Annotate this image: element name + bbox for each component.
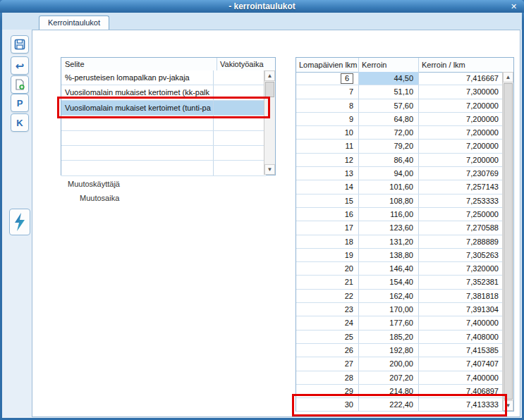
kerroin-row[interactable]: 15108,807,253333 xyxy=(296,194,504,208)
kerroin-cell[interactable]: 64,80 xyxy=(358,113,418,125)
kerroin-cell[interactable]: 94,00 xyxy=(358,167,418,180)
kerroin-cell[interactable]: 86,40 xyxy=(358,154,418,166)
kerroin-row[interactable]: 23170,007,391304 xyxy=(296,303,504,316)
kerroin-per-lkm-cell[interactable]: 7,413333 xyxy=(418,398,504,411)
kerroin-per-lkm-cell[interactable]: 7,253333 xyxy=(418,194,504,207)
lkm-cell[interactable]: 16 xyxy=(296,208,358,221)
kerroin-cell[interactable]: 214,80 xyxy=(358,385,418,397)
lkm-cell[interactable]: 9 xyxy=(296,113,358,125)
kerroin-row[interactable]: 18131,207,288889 xyxy=(296,235,504,249)
kerroin-row[interactable]: 25185,207,408000 xyxy=(296,331,504,344)
vakiotyoaika-cell[interactable] xyxy=(213,131,266,145)
kerroin-cell[interactable]: 170,00 xyxy=(358,303,418,316)
kerroin-per-lkm-cell[interactable]: 7,200000 xyxy=(418,140,504,152)
kerroin-table-scrollbar[interactable]: ▲ ▼ xyxy=(502,72,513,411)
selite-cell[interactable] xyxy=(61,131,213,145)
scroll-up-icon[interactable]: ▲ xyxy=(503,72,513,82)
kerroin-per-lkm-cell[interactable]: 7,381818 xyxy=(418,290,504,302)
kerroin-per-lkm-cell[interactable]: 7,257143 xyxy=(418,180,504,193)
kerroin-per-lkm-cell[interactable]: 7,300000 xyxy=(418,85,504,98)
kerroin-cell[interactable]: 200,00 xyxy=(358,357,418,370)
kerroin-row[interactable]: 30222,407,413333 xyxy=(296,398,504,412)
kerroin-cell[interactable]: 123,60 xyxy=(358,221,418,234)
kerroin-row[interactable]: 644,507,416667 xyxy=(296,72,504,85)
kerroin-cell[interactable]: 51,10 xyxy=(358,85,418,98)
kerroin-per-lkm-cell[interactable]: 7,415385 xyxy=(418,344,504,357)
lkm-cell[interactable]: 17 xyxy=(296,221,358,234)
selite-table-scrollbar[interactable]: ▲ ▼ xyxy=(264,70,275,175)
kerroin-cell[interactable]: 138,80 xyxy=(358,249,418,261)
kerroin-row[interactable]: 1286,407,200000 xyxy=(296,154,504,167)
kerroin-cell[interactable]: 162,40 xyxy=(358,290,418,302)
kerroin-cell[interactable]: 177,60 xyxy=(358,316,418,329)
kerroin-cell[interactable]: 131,20 xyxy=(358,235,418,248)
selite-cell[interactable] xyxy=(61,161,213,175)
lkm-cell[interactable]: 22 xyxy=(296,290,358,302)
kerroin-per-lkm-cell[interactable]: 7,400000 xyxy=(418,316,504,329)
selite-row[interactable] xyxy=(61,131,266,146)
kerroin-row[interactable]: 964,807,200000 xyxy=(296,113,504,126)
kerroin-cell[interactable]: 146,40 xyxy=(358,262,418,275)
kerroin-per-lkm-cell[interactable]: 7,200000 xyxy=(418,126,504,139)
kerroin-row[interactable]: 21154,407,352381 xyxy=(296,276,504,289)
kerroin-per-lkm-cell[interactable]: 7,406897 xyxy=(418,385,504,397)
kerroin-per-lkm-cell[interactable]: 7,200000 xyxy=(418,113,504,125)
selite-cell[interactable]: Vuosilomalain mukaiset kertoimet (tunti-… xyxy=(61,101,213,115)
lkm-cell[interactable]: 11 xyxy=(296,140,358,152)
selite-cell[interactable] xyxy=(61,116,213,130)
selite-cell[interactable]: %-perusteisen lomapalkan pv-jakaja xyxy=(61,70,213,85)
kerroin-per-lkm-cell[interactable]: 7,200000 xyxy=(418,99,504,112)
selite-row[interactable] xyxy=(61,146,266,161)
scroll-thumb[interactable] xyxy=(265,82,274,97)
scroll-up-icon[interactable]: ▲ xyxy=(264,70,275,81)
app-logo-button[interactable] xyxy=(9,209,30,235)
kerroin-cell[interactable]: 116,00 xyxy=(358,208,418,221)
kerroin-cell[interactable]: 101,60 xyxy=(358,180,418,193)
lkm-cell[interactable]: 21 xyxy=(296,276,358,288)
back-button[interactable]: ↩ xyxy=(11,56,29,75)
kerroin-row[interactable]: 1072,007,200000 xyxy=(296,126,504,140)
scroll-down-icon[interactable]: ▼ xyxy=(503,400,513,411)
selite-row[interactable] xyxy=(61,116,266,130)
kerroin-row[interactable]: 14101,607,257143 xyxy=(296,180,504,194)
lkm-cell[interactable]: 12 xyxy=(296,154,358,166)
save-button[interactable] xyxy=(11,35,29,54)
kerroin-per-lkm-cell[interactable]: 7,250000 xyxy=(418,208,504,221)
lkm-cell[interactable]: 30 xyxy=(296,398,358,411)
lkm-cell[interactable]: 29 xyxy=(296,385,358,397)
lkm-cell[interactable]: 20 xyxy=(296,262,358,275)
vakiotyoaika-cell[interactable] xyxy=(213,161,266,175)
kerroin-per-lkm-cell[interactable]: 7,408000 xyxy=(418,331,504,343)
kerroin-row[interactable]: 29214,807,406897 xyxy=(296,385,504,398)
kerroin-cell[interactable]: 185,20 xyxy=(358,331,418,343)
kerroin-cell[interactable]: 108,80 xyxy=(358,194,418,207)
lkm-cell[interactable]: 7 xyxy=(296,85,358,98)
scroll-down-icon[interactable]: ▼ xyxy=(264,164,275,175)
kerroin-row[interactable]: 28207,207,400000 xyxy=(296,371,504,385)
vakiotyoaika-cell[interactable] xyxy=(213,70,266,85)
kerroin-cell[interactable]: 154,40 xyxy=(358,276,418,288)
kerroin-row[interactable]: 27200,007,407407 xyxy=(296,357,504,371)
lkm-cell[interactable]: 14 xyxy=(296,180,358,193)
kerroin-cell[interactable]: 72,00 xyxy=(358,126,418,139)
kerroin-row[interactable]: 1394,007,230769 xyxy=(296,167,504,180)
kerroin-per-lkm-cell[interactable]: 7,320000 xyxy=(418,262,504,275)
lkm-cell[interactable]: 10 xyxy=(296,126,358,139)
selite-cell[interactable] xyxy=(61,146,213,160)
kerroin-row[interactable]: 19138,807,305263 xyxy=(296,249,504,262)
lkm-cell[interactable]: 24 xyxy=(296,316,358,329)
lkm-cell[interactable]: 6 xyxy=(296,72,358,85)
kerroin-per-lkm-cell[interactable]: 7,288889 xyxy=(418,235,504,248)
kerroin-cell[interactable]: 207,20 xyxy=(358,371,418,384)
vakiotyoaika-cell[interactable] xyxy=(213,116,266,130)
p-button[interactable]: P xyxy=(11,94,29,112)
kerroin-per-lkm-cell[interactable]: 7,352381 xyxy=(418,276,504,288)
kerroin-per-lkm-cell[interactable]: 7,270588 xyxy=(418,221,504,234)
kerroin-per-lkm-cell[interactable]: 7,391304 xyxy=(418,303,504,316)
kerroin-cell[interactable]: 44,50 xyxy=(358,72,418,85)
kerroin-row[interactable]: 1179,207,200000 xyxy=(296,140,504,153)
k-button[interactable]: K xyxy=(11,113,29,132)
kerroin-row[interactable]: 22162,407,381818 xyxy=(296,290,504,303)
kerroin-cell[interactable]: 79,20 xyxy=(358,140,418,152)
lkm-cell[interactable]: 26 xyxy=(296,344,358,357)
